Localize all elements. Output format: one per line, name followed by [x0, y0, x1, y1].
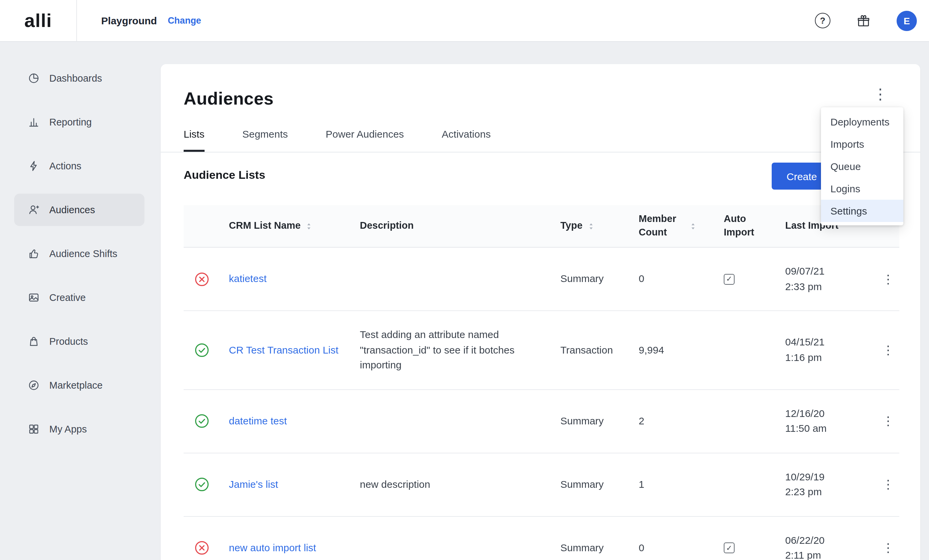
sidebar-item-marketplace[interactable]: Marketplace — [14, 369, 144, 401]
last-import-cell: 09/07/21 2:33 pm — [785, 264, 877, 294]
reporting-icon — [28, 116, 40, 128]
table-row: new auto import list Summary 0 ✓ 06/22/2… — [184, 517, 899, 560]
alli-logo[interactable]: alli — [24, 10, 52, 31]
auto-import-checkbox[interactable]: ✓ — [724, 274, 734, 285]
crm-list-name-column-header: CRM List Name — [229, 213, 360, 239]
menu-item-imports[interactable]: Imports — [821, 133, 903, 155]
page-kebab-menu-button[interactable]: ⋮ — [869, 84, 892, 105]
list-name-link[interactable]: datetime test — [229, 415, 287, 427]
help-icon[interactable]: ? — [815, 13, 831, 28]
table-header-row: CRM List Name Description Type Member Co… — [184, 205, 899, 248]
list-name-link[interactable]: new auto import list — [229, 542, 316, 553]
menu-item-logins[interactable]: Logins — [821, 177, 903, 200]
member-count-cell: 1 — [639, 477, 724, 492]
avatar-initial: E — [904, 15, 910, 26]
error-status-icon — [195, 272, 209, 286]
sort-icon[interactable] — [587, 222, 595, 230]
audiences-tabs: Lists Segments Power Audiences Activatio… — [161, 128, 920, 153]
type-column-header: Type — [560, 213, 639, 239]
status-cell — [184, 477, 229, 492]
sidebar-item-label: Products — [49, 336, 88, 347]
sidebar-item-audience-shifts[interactable]: Audience Shifts — [14, 237, 144, 270]
type-cell: Transaction — [560, 343, 639, 358]
row-kebab-menu-button[interactable]: ⋮ — [877, 341, 899, 359]
tab-power-audiences[interactable]: Power Audiences — [326, 128, 404, 152]
audiences-page-card: Audiences ⋮ Lists Segments Power Audienc… — [161, 64, 920, 560]
sidebar-item-label: Audiences — [49, 204, 95, 215]
sort-icon[interactable] — [305, 222, 314, 230]
member-count-column-header: Member Count — [639, 206, 724, 246]
sort-icon[interactable] — [689, 222, 698, 230]
success-status-icon — [195, 413, 209, 428]
audiences-icon — [28, 204, 40, 216]
shopping-bag-icon — [28, 335, 40, 347]
error-status-icon — [195, 540, 209, 555]
table-row: katietest Summary 0 ✓ 09/07/21 2:33 pm ⋮ — [184, 248, 899, 311]
sidebar-item-my-apps[interactable]: My Apps — [14, 413, 144, 445]
image-icon — [28, 291, 40, 304]
type-cell: Summary — [560, 413, 639, 429]
auto-import-column-header: Auto Import — [724, 206, 785, 246]
auto-import-cell: ✓ — [724, 274, 785, 285]
avatar[interactable]: E — [897, 11, 917, 31]
workspace-name: Playground — [101, 15, 157, 26]
tab-segments[interactable]: Segments — [242, 128, 288, 152]
row-kebab-menu-button[interactable]: ⋮ — [877, 412, 899, 430]
type-cell: Summary — [560, 477, 639, 492]
header-divider — [76, 0, 77, 41]
tab-activations[interactable]: Activations — [442, 128, 491, 152]
status-cell — [184, 272, 229, 286]
description-column-header: Description — [360, 213, 560, 239]
tab-lists[interactable]: Lists — [184, 128, 205, 152]
row-kebab-menu-button[interactable]: ⋮ — [877, 270, 899, 288]
apps-grid-icon — [28, 423, 40, 435]
thumbs-up-icon — [28, 248, 40, 260]
change-workspace-link[interactable]: Change — [168, 15, 201, 26]
row-kebab-menu-button[interactable]: ⋮ — [877, 539, 899, 557]
type-cell: Summary — [560, 540, 639, 555]
description-cell: Test adding an attribute named "transact… — [360, 327, 560, 373]
sidebar-item-label: My Apps — [49, 424, 87, 435]
last-import-cell: 12/16/20 11:50 am — [785, 406, 877, 436]
last-import-cell: 06/22/20 2:11 pm — [785, 532, 877, 560]
member-count-cell: 0 — [639, 540, 724, 555]
help-glyph: ? — [820, 15, 825, 26]
auto-import-cell: ✓ — [724, 542, 785, 553]
sidebar-item-label: Marketplace — [49, 380, 103, 391]
sidebar-item-reporting[interactable]: Reporting — [14, 106, 144, 138]
lightning-icon — [28, 160, 40, 172]
sidebar-item-audiences[interactable]: Audiences — [14, 194, 144, 226]
success-status-icon — [195, 343, 209, 358]
gift-icon[interactable] — [856, 13, 871, 28]
section-title: Audience Lists — [184, 169, 265, 182]
status-cell — [184, 540, 229, 555]
table-row: datetime test Summary 2 12/16/20 11:50 a… — [184, 390, 899, 453]
auto-import-checkbox[interactable]: ✓ — [724, 542, 734, 553]
compass-icon — [28, 379, 40, 391]
audience-lists-table: CRM List Name Description Type Member Co… — [184, 205, 899, 560]
last-import-cell: 10/29/19 2:23 pm — [785, 469, 877, 500]
success-status-icon — [195, 477, 209, 492]
sidebar-item-actions[interactable]: Actions — [14, 150, 144, 182]
sidebar-item-dashboards[interactable]: Dashboards — [14, 62, 144, 95]
last-import-cell: 04/15/21 1:16 pm — [785, 335, 877, 365]
row-kebab-menu-button[interactable]: ⋮ — [877, 476, 899, 493]
sidebar-item-label: Reporting — [49, 117, 92, 127]
list-name-link[interactable]: Jamie's list — [229, 478, 278, 490]
list-name-link[interactable]: CR Test Transaction List — [229, 344, 339, 355]
menu-item-queue[interactable]: Queue — [821, 155, 903, 177]
sidebar-item-label: Creative — [49, 292, 86, 303]
sidebar-item-products[interactable]: Products — [14, 325, 144, 358]
sidebar-item-label: Dashboards — [49, 73, 102, 84]
description-cell: new description — [360, 477, 560, 492]
menu-item-deployments[interactable]: Deployments — [821, 111, 903, 133]
member-count-cell: 9,994 — [639, 343, 724, 358]
sidebar-item-label: Audience Shifts — [49, 248, 118, 259]
page-dropdown-menu: Deployments Imports Queue Logins Setting… — [821, 107, 903, 225]
page-title: Audiences — [184, 89, 899, 109]
menu-item-settings[interactable]: Settings — [821, 200, 903, 222]
dashboard-icon — [28, 72, 40, 84]
status-column-header — [184, 219, 229, 233]
sidebar-item-creative[interactable]: Creative — [14, 282, 144, 314]
list-name-link[interactable]: katietest — [229, 273, 267, 285]
